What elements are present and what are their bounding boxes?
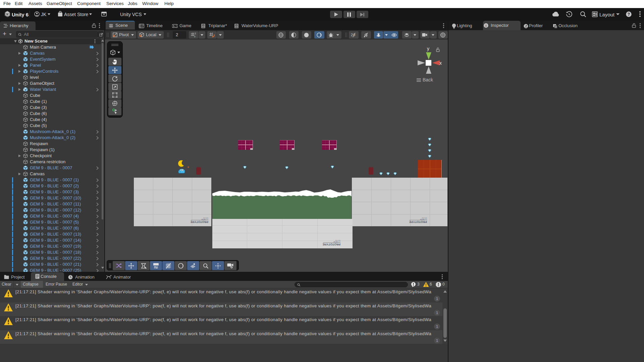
svg-text:Y: Y (194, 35, 196, 38)
svg-text:?: ? (628, 12, 630, 17)
svg-text:y: y (427, 46, 429, 51)
svg-text:x: x (439, 60, 442, 66)
svg-text:2: 2 (351, 33, 353, 37)
svg-text:i: i (486, 24, 487, 27)
